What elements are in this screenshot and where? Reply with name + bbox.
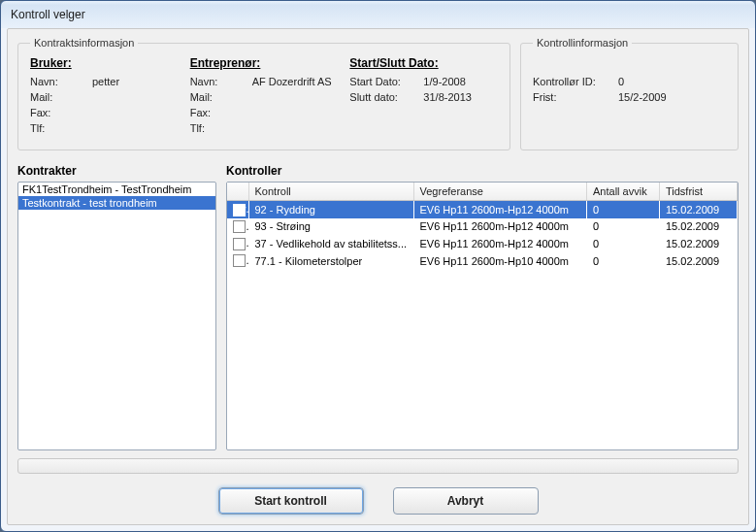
contractor-fax-label: Fax: [190, 107, 247, 118]
user-name-value: petter [92, 76, 119, 87]
contractor-heading: Entreprenør: [190, 56, 339, 70]
user-mail-label: Mail: [30, 91, 86, 103]
row-checkbox[interactable] [233, 220, 246, 233]
list-item[interactable]: FK1TestTrondheim - TestTrondheim [18, 183, 215, 196]
cell-tidsfrist: 15.02.2009 [660, 201, 738, 218]
row-checkbox[interactable] [233, 204, 246, 216]
user-fax-label: Fax: [30, 107, 86, 118]
cell-kontroll: 37 - Vedlikehold av stabilitetss... [248, 235, 413, 252]
control-info-group: Kontrollinformasjon Kontrollør ID:0 Fris… [520, 37, 739, 150]
row-checkbox[interactable] [233, 238, 246, 250]
controller-id-label: Kontrollør ID: [533, 76, 612, 87]
controller-id-value: 0 [618, 76, 624, 87]
col-avvik[interactable]: Antall avvik [587, 183, 660, 201]
cell-avvik: 0 [587, 235, 660, 252]
user-name-label: Navn: [30, 76, 86, 87]
contracts-listbox[interactable]: FK1TestTrondheim - TestTrondheimTestkont… [17, 182, 216, 450]
contractor-mail-label: Mail: [190, 91, 247, 103]
cell-avvik: 0 [587, 218, 660, 236]
cell-avvik: 0 [587, 201, 660, 218]
titlebar[interactable]: Kontroll velger [1, 1, 755, 28]
table-row[interactable]: 77.1 - KilometerstolperEV6 Hp11 2600m-Hp… [227, 252, 738, 270]
cell-vegreferanse: EV6 Hp11 2600m-Hp10 4000m [413, 252, 587, 270]
user-heading: Bruker: [30, 56, 179, 70]
dates-heading: Start/Slutt Dato: [349, 56, 498, 70]
contractor-name-label: Navn: [190, 76, 247, 87]
deadline-label: Frist: [533, 91, 612, 103]
progress-bar [17, 458, 739, 474]
window-title: Kontroll velger [11, 8, 85, 21]
cell-vegreferanse: EV6 Hp11 2600m-Hp12 4000m [413, 235, 587, 252]
cell-kontroll: 92 - Rydding [248, 201, 413, 218]
contract-info-legend: Kontraktsinformasjon [30, 37, 138, 49]
controls-heading: Kontroller [226, 164, 739, 178]
col-tidsfrist[interactable]: Tidsfrist [660, 183, 738, 201]
list-item[interactable]: Testkontrakt - test trondheim [18, 196, 215, 210]
cell-tidsfrist: 15.02.2009 [660, 218, 738, 236]
cell-vegreferanse: EV6 Hp11 2600m-Hp12 4000m [413, 201, 587, 218]
client-area: Kontraktsinformasjon Bruker: Navn:petter… [7, 28, 749, 525]
cell-tidsfrist: 15.02.2009 [660, 235, 738, 252]
contractor-name-value: AF Dozerdrift AS [252, 76, 332, 87]
row-checkbox[interactable] [233, 254, 246, 267]
start-date-value: 1/9-2008 [423, 76, 465, 87]
col-checkbox[interactable] [227, 183, 248, 201]
window-frame: Kontroll velger Kontraktsinformasjon Bru… [0, 0, 756, 532]
col-vegreferanse[interactable]: Vegreferanse [413, 183, 587, 201]
table-row[interactable]: 37 - Vedlikehold av stabilitetss...EV6 H… [227, 235, 738, 252]
contract-info-group: Kontraktsinformasjon Bruker: Navn:petter… [17, 37, 510, 150]
start-kontroll-button[interactable]: Start kontroll [218, 487, 364, 515]
end-date-label: Slutt dato: [349, 91, 417, 103]
cell-avvik: 0 [587, 252, 660, 270]
cell-kontroll: 93 - Strøing [248, 218, 413, 236]
controls-grid[interactable]: Kontroll Vegreferanse Antall avvik Tidsf… [226, 182, 739, 450]
contractor-tlf-label: Tlf: [190, 122, 247, 134]
end-date-value: 31/8-2013 [423, 91, 472, 103]
cell-kontroll: 77.1 - Kilometerstolper [248, 252, 413, 270]
avbryt-button[interactable]: Avbryt [393, 487, 539, 515]
cell-tidsfrist: 15.02.2009 [660, 252, 738, 270]
deadline-value: 15/2-2009 [618, 91, 667, 103]
control-info-legend: Kontrollinformasjon [533, 37, 632, 49]
contracts-heading: Kontrakter [17, 164, 216, 178]
cell-vegreferanse: EV6 Hp11 2600m-Hp12 4000m [413, 218, 587, 236]
table-row[interactable]: 92 - RyddingEV6 Hp11 2600m-Hp12 4000m015… [227, 201, 738, 218]
user-tlf-label: Tlf: [30, 122, 86, 134]
table-row[interactable]: 93 - StrøingEV6 Hp11 2600m-Hp12 4000m015… [227, 218, 738, 236]
start-date-label: Start Dato: [349, 76, 417, 87]
col-kontroll[interactable]: Kontroll [248, 183, 413, 201]
